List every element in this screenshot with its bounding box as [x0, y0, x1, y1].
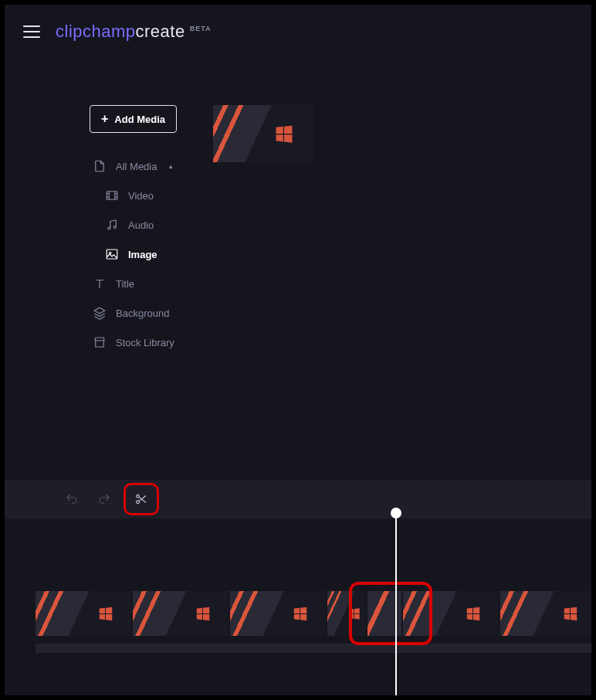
media-library: [205, 105, 313, 480]
document-icon: [93, 159, 107, 173]
timeline-clip[interactable]: [500, 591, 591, 636]
sidebar-item-audio[interactable]: Audio: [105, 210, 205, 240]
text-icon: [93, 277, 107, 291]
sidebar-item-label: Stock Library: [116, 337, 174, 348]
sidebar-item-label: Audio: [128, 219, 154, 231]
svg-point-1: [108, 227, 110, 229]
layers-icon: [93, 306, 107, 320]
timeline-clip[interactable]: [403, 591, 499, 636]
windows-icon: [562, 605, 579, 622]
logo: clipchampcreateBETA: [56, 22, 212, 42]
svg-point-5: [137, 494, 140, 498]
sidebar-item-image[interactable]: Image: [105, 240, 205, 269]
main-panel: + Add Media All Media ▴ Video: [5, 59, 591, 480]
logo-brand-1: clipchamp: [56, 22, 136, 41]
windows-icon: [273, 123, 295, 144]
sidebar-item-stock-library[interactable]: Stock Library: [93, 328, 205, 357]
sidebar-item-label: Image: [128, 249, 157, 260]
windows-icon: [292, 605, 309, 622]
undo-button[interactable]: [59, 486, 85, 512]
add-media-button[interactable]: + Add Media: [90, 105, 177, 133]
svg-point-6: [137, 501, 140, 504]
plus-icon: +: [101, 113, 108, 125]
sidebar-item-label: Title: [116, 278, 134, 290]
timeline-scrollbar[interactable]: [36, 644, 591, 653]
sidebar-item-all-media[interactable]: All Media ▴: [93, 151, 205, 181]
chevron-up-icon: ▴: [169, 162, 173, 170]
sidebar-item-background[interactable]: Background: [93, 298, 205, 328]
windows-icon: [97, 605, 114, 622]
timeline-toolbar: [5, 480, 591, 518]
timeline-clip[interactable]: [230, 591, 326, 636]
split-button[interactable]: [128, 486, 154, 512]
windows-icon: [195, 605, 212, 622]
svg-rect-3: [107, 250, 117, 259]
thumbnail-art: [213, 105, 313, 162]
sidebar-item-label: All Media: [116, 161, 157, 172]
menu-icon[interactable]: [23, 25, 40, 38]
windows-icon: [347, 607, 361, 620]
store-icon: [93, 335, 107, 349]
image-icon: [105, 247, 119, 261]
sidebar-item-video[interactable]: Video: [105, 181, 205, 210]
add-media-label: Add Media: [114, 114, 165, 125]
media-sidebar: + Add Media All Media ▴ Video: [90, 105, 205, 480]
media-thumbnail[interactable]: [213, 105, 313, 162]
timeline-clip[interactable]: [133, 591, 229, 636]
top-bar: clipchampcreateBETA: [5, 5, 591, 59]
timeline-clip-split-a[interactable]: [327, 591, 366, 636]
beta-badge: BETA: [190, 25, 212, 32]
app-frame: clipchampcreateBETA + Add Media All Medi…: [5, 5, 591, 695]
redo-button[interactable]: [91, 486, 117, 512]
logo-brand-2: create: [136, 22, 185, 41]
sidebar-item-label: Background: [116, 308, 169, 319]
svg-point-2: [113, 226, 116, 229]
split-button-highlight: [124, 483, 159, 515]
film-icon: [105, 189, 119, 202]
scissors-icon: [134, 492, 148, 506]
sidebar-item-label: Video: [128, 190, 154, 202]
timeline-panel: [5, 518, 591, 695]
timeline-clip[interactable]: [36, 591, 131, 636]
sidebar-item-title[interactable]: Title: [93, 269, 205, 298]
timeline-track[interactable]: [36, 591, 591, 636]
windows-icon: [465, 605, 482, 622]
svg-rect-0: [107, 192, 117, 200]
music-icon: [105, 218, 119, 232]
playhead[interactable]: [395, 511, 397, 695]
